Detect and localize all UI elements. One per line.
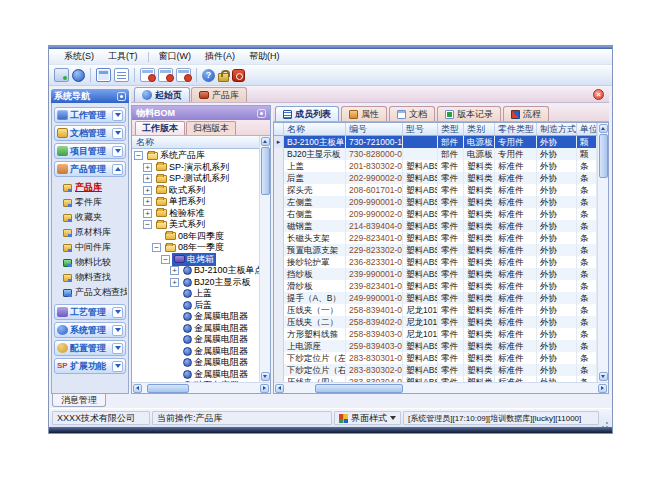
tree-expand-icon[interactable]: + (143, 197, 152, 206)
column-header-part-type[interactable]: 零件类型 (495, 123, 537, 136)
table-row[interactable]: 滑纱板239-823401-00E塑料ABS零件塑料类标准件外协条 (274, 280, 597, 292)
table-row[interactable]: 上盖201-830302-00E塑料ABS零件塑料类标准件外协条 (274, 160, 597, 172)
table-row[interactable]: 长磁头支架229-823401-00E塑料ABS零件塑料类标准件外协条 (274, 232, 597, 244)
scroll-up-icon[interactable] (599, 124, 608, 133)
table-row[interactable]: 下纱定位片（右）283-830302-00E塑料ABS零件塑料类标准件外协条 (274, 364, 597, 376)
tab-start-page[interactable]: 起始页 (134, 87, 190, 102)
chevron-down-icon[interactable] (112, 307, 123, 318)
chevron-down-icon[interactable] (112, 325, 123, 336)
column-header-unit[interactable]: 单位 (577, 123, 597, 136)
sidebar-item-material-compare[interactable]: 物料比较 (53, 255, 127, 270)
pushpin-icon[interactable] (257, 109, 266, 118)
chevron-down-icon[interactable] (112, 146, 123, 157)
sidebar-item-product-doc-search[interactable]: 产品文档查找 (53, 285, 127, 300)
sidebar-item-product-library[interactable]: 产品库 (53, 180, 127, 195)
sidebar-item-raw-material-library[interactable]: 原材料库 (53, 225, 127, 240)
tree-expand-icon[interactable]: + (170, 278, 179, 287)
sidebar-section-extensions[interactable]: SP扩展功能 (54, 358, 126, 374)
tree-horizontal-scrollbar[interactable] (132, 382, 270, 393)
help-icon[interactable] (202, 69, 215, 82)
table-view-icon[interactable] (114, 68, 129, 82)
scrollbar-thumb[interactable] (147, 384, 189, 393)
scroll-left-icon[interactable] (133, 384, 142, 393)
logout-icon[interactable] (232, 69, 245, 82)
tab-version-history[interactable]: 版本记录 (437, 106, 501, 121)
tab-member-list[interactable]: 成员列表 (275, 106, 339, 121)
table-row[interactable]: 预置电源支架229-823302-00E塑料ABS零件塑料类标准件外协条 (274, 244, 597, 256)
scroll-up-icon[interactable] (261, 137, 270, 146)
table-row[interactable]: 下纱定位片（左）283-830301-00E塑料ABS零件塑料类标准件外协条 (274, 352, 597, 364)
column-header-type[interactable]: 类型 (438, 123, 464, 136)
table-horizontal-scrollbar[interactable] (274, 382, 608, 393)
column-header-code[interactable]: 编号 (346, 123, 403, 136)
message-management-tab[interactable]: 消息管理 (52, 394, 106, 407)
menu-item-0[interactable]: 系统(S) (57, 49, 101, 64)
ui-style-selector[interactable]: 界面样式 (334, 411, 401, 425)
scroll-right-icon[interactable] (260, 384, 269, 393)
pushpin-icon[interactable] (117, 92, 126, 101)
chevron-up-icon[interactable] (112, 164, 123, 175)
sidebar-item-intermediate-library[interactable]: 中间件库 (53, 240, 127, 255)
chevron-down-icon[interactable] (112, 128, 123, 139)
sidebar-item-favorites[interactable]: 收藏夹 (53, 210, 127, 225)
table-row[interactable]: ▸BJ-2100主板单点730-721000-12E部件电源板专用件外协颗 (274, 136, 597, 148)
column-header-model[interactable]: 型号 (403, 123, 438, 136)
table-row[interactable]: 接纱轮护罩236-823301-00E塑料ABS零件塑料类标准件外协条 (274, 256, 597, 268)
scrollbar-thumb[interactable] (315, 384, 403, 393)
tree-expand-icon[interactable]: + (143, 163, 152, 172)
tree-collapse-icon[interactable]: − (161, 255, 170, 264)
tab-working-version[interactable]: 工作版本 (135, 121, 185, 135)
globe-icon[interactable] (72, 69, 85, 82)
chevron-down-icon[interactable] (112, 343, 123, 354)
menu-item-4[interactable]: 帮助(H) (242, 49, 287, 64)
sidebar-section-work-management[interactable]: 工作管理 (54, 107, 126, 123)
lock-icon[interactable] (218, 73, 229, 82)
table-row[interactable]: 磁钢盖214-839404-01E塑料ABS零件塑料类标准件外协条 (274, 220, 597, 232)
sidebar-section-project-management[interactable]: 项目管理 (54, 143, 126, 159)
menu-item-2[interactable]: 窗口(W) (152, 49, 199, 64)
table-row[interactable]: 上电源座259-839403-00E塑料ABS零件塑料类标准件外协条 (274, 340, 597, 352)
table-row[interactable]: 提手（A、B）249-990001-01E塑料ABS零件塑料类标准件外协条 (274, 292, 597, 304)
table-row[interactable]: 压线夹（二）258-839402-00E尼龙1010零件塑料类标准件外协条 (274, 316, 597, 328)
tab-workflow[interactable]: 流程 (503, 106, 549, 121)
scroll-right-icon[interactable] (598, 384, 607, 393)
tree-expand-icon[interactable]: + (143, 174, 152, 183)
table-row[interactable]: 右侧盖209-990002-01E塑料ABS零件塑料类标准件外协条 (274, 208, 597, 220)
sidebar-section-document-management[interactable]: 文档管理 (54, 125, 126, 141)
sidebar-item-material-search[interactable]: 物料查找 (53, 270, 127, 285)
tab-archived-version[interactable]: 归档版本 (186, 121, 236, 135)
table-row[interactable]: BJ20主显示板730-828000-04E部件电源板专用件外协颗 (274, 148, 597, 160)
menu-item-3[interactable]: 插件(A) (198, 49, 242, 64)
window-open-badge-icon[interactable] (158, 68, 173, 82)
table-row[interactable]: 方形塑料线箍258-839403-00E尼龙1010零件塑料类标准件外协条 (274, 328, 597, 340)
close-tab-icon[interactable]: × (593, 89, 604, 100)
scroll-down-icon[interactable] (599, 372, 608, 381)
table-row[interactable]: 探头壳208-601701-01E塑料ABS零件塑料类标准件外协条 (274, 184, 597, 196)
chevron-down-icon[interactable] (112, 110, 123, 121)
tree-collapse-icon[interactable]: − (134, 151, 143, 160)
scrollbar-thumb[interactable] (599, 134, 608, 178)
column-header-make-mode[interactable]: 制造方式 (537, 123, 577, 136)
sidebar-section-product-management[interactable]: 产品管理 (54, 161, 126, 177)
table-vertical-scrollbar[interactable] (597, 123, 608, 382)
table-row[interactable]: 挡纱板239-990001-01E塑料ABS零件塑料类标准件外协条 (274, 268, 597, 280)
scroll-left-icon[interactable] (275, 384, 284, 393)
tab-product-library[interactable]: 产品库 (191, 87, 247, 102)
monitor-icon[interactable] (54, 68, 69, 82)
tree-vertical-scrollbar[interactable] (259, 136, 270, 382)
table-row[interactable]: 后盖202-990002-01E塑料ABS零件塑料类标准件外协条 (274, 172, 597, 184)
tree-expand-icon[interactable]: + (143, 209, 152, 218)
tree-expand-icon[interactable]: + (143, 186, 152, 195)
tab-documents[interactable]: 文档 (389, 106, 435, 121)
sidebar-section-process-management[interactable]: 工艺管理 (54, 304, 126, 320)
tree-collapse-icon[interactable]: − (143, 220, 152, 229)
tree-column-header[interactable]: 名称 (132, 136, 259, 149)
sidebar-section-configuration-management[interactable]: 配置管理 (54, 340, 126, 356)
tab-properties[interactable]: 属性 (341, 106, 387, 121)
scrollbar-thumb[interactable] (261, 147, 270, 195)
column-header-category[interactable]: 类别 (464, 123, 495, 136)
tree-collapse-icon[interactable]: − (152, 243, 161, 252)
chevron-down-icon[interactable] (112, 361, 123, 372)
window-close-badge-icon[interactable] (176, 68, 191, 82)
column-header-name[interactable]: 名称 (284, 123, 346, 136)
